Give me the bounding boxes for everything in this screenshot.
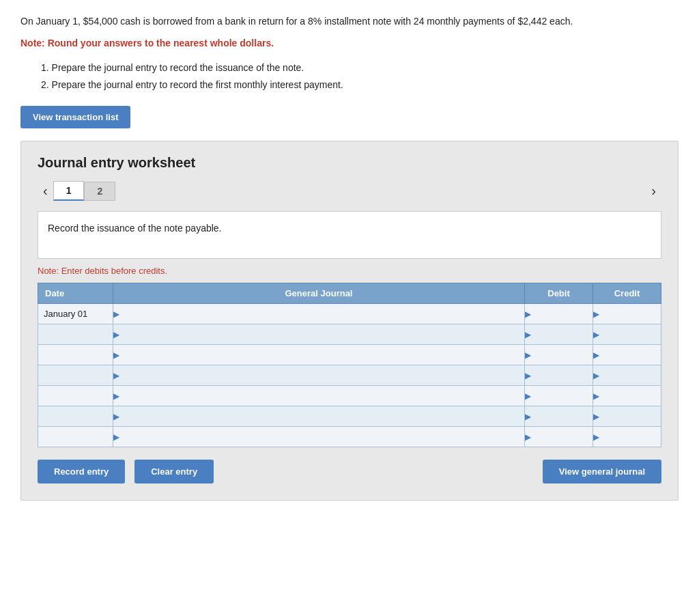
journal-table: Date General Journal Debit Credit Januar… xyxy=(38,283,661,447)
main-text: On January 1, $54,000 cash is borrowed f… xyxy=(20,14,679,29)
credit-arrow-4: ▶ xyxy=(593,391,599,401)
debit-input-4[interactable] xyxy=(532,386,593,406)
record-entry-button[interactable]: Record entry xyxy=(38,460,125,484)
debit-cell-0[interactable]: ▶ xyxy=(525,304,593,324)
date-cell-2 xyxy=(38,345,113,365)
table-row: ▶▶▶ xyxy=(38,406,661,427)
credit-cell-2[interactable]: ▶ xyxy=(593,345,661,365)
table-row: ▶▶▶ xyxy=(38,427,661,447)
date-cell-6 xyxy=(38,427,113,447)
description-text: Record the issuance of the note payable. xyxy=(48,223,222,234)
debit-input-6[interactable] xyxy=(532,427,593,447)
gj-arrow-4: ▶ xyxy=(113,391,119,401)
note-debits: Note: Enter debits before credits. xyxy=(38,266,661,276)
debit-cell-5[interactable]: ▶ xyxy=(525,406,593,427)
debit-arrow-4: ▶ xyxy=(525,391,531,401)
clear-entry-button[interactable]: Clear entry xyxy=(134,460,214,484)
description-box: Record the issuance of the note payable. xyxy=(38,211,661,259)
debit-arrow-3: ▶ xyxy=(525,371,531,380)
credit-input-5[interactable] xyxy=(601,406,661,426)
date-cell-4 xyxy=(38,386,113,406)
credit-arrow-3: ▶ xyxy=(593,371,599,380)
credit-input-1[interactable] xyxy=(601,324,661,344)
col-header-date: Date xyxy=(38,283,113,304)
table-row: ▶▶▶ xyxy=(38,324,661,345)
credit-input-0[interactable] xyxy=(601,304,661,324)
credit-input-2[interactable] xyxy=(601,345,661,365)
credit-cell-1[interactable]: ▶ xyxy=(593,324,661,345)
gj-cell-4[interactable]: ▶ xyxy=(113,386,525,406)
gj-cell-3[interactable]: ▶ xyxy=(113,365,525,386)
date-cell-1 xyxy=(38,324,113,345)
credit-cell-4[interactable]: ▶ xyxy=(593,386,661,406)
tab-2[interactable]: 2 xyxy=(84,182,115,201)
col-header-debit: Debit xyxy=(525,283,593,304)
table-row: ▶▶▶ xyxy=(38,386,661,406)
gj-arrow-0: ▶ xyxy=(113,309,119,319)
next-tab-button[interactable]: › xyxy=(646,180,661,201)
col-header-gj: General Journal xyxy=(113,283,525,304)
credit-arrow-6: ▶ xyxy=(593,432,599,442)
debit-cell-4[interactable]: ▶ xyxy=(525,386,593,406)
instruction-1: 1. Prepare the journal entry to record t… xyxy=(41,59,679,76)
debit-arrow-2: ▶ xyxy=(525,350,531,360)
col-header-credit: Credit xyxy=(593,283,661,304)
instruction-2: 2. Prepare the journal entry to record t… xyxy=(41,76,679,94)
credit-arrow-5: ▶ xyxy=(593,412,599,421)
credit-cell-5[interactable]: ▶ xyxy=(593,406,661,427)
debit-cell-1[interactable]: ▶ xyxy=(525,324,593,345)
debit-cell-2[interactable]: ▶ xyxy=(525,345,593,365)
gj-input-3[interactable] xyxy=(121,365,524,385)
debit-input-0[interactable] xyxy=(532,304,593,324)
prev-tab-button[interactable]: ‹ xyxy=(38,180,53,201)
date-cell-0: January 01 xyxy=(38,304,113,324)
credit-cell-6[interactable]: ▶ xyxy=(593,427,661,447)
gj-cell-1[interactable]: ▶ xyxy=(113,324,525,345)
credit-input-6[interactable] xyxy=(601,427,661,447)
credit-arrow-0: ▶ xyxy=(593,309,599,319)
credit-arrow-1: ▶ xyxy=(593,330,599,339)
worksheet-container: Journal entry worksheet ‹ 1 2 › Record t… xyxy=(20,141,679,501)
gj-input-5[interactable] xyxy=(121,406,524,426)
button-row: Record entry Clear entry View general jo… xyxy=(38,460,661,484)
worksheet-title: Journal entry worksheet xyxy=(38,155,661,171)
credit-input-3[interactable] xyxy=(601,365,661,385)
gj-input-2[interactable] xyxy=(121,345,524,365)
credit-arrow-2: ▶ xyxy=(593,350,599,360)
table-header-row: Date General Journal Debit Credit xyxy=(38,283,661,304)
debit-input-2[interactable] xyxy=(532,345,593,365)
problem-section: On January 1, $54,000 cash is borrowed f… xyxy=(20,14,679,94)
instructions: 1. Prepare the journal entry to record t… xyxy=(41,59,679,94)
date-cell-3 xyxy=(38,365,113,386)
debit-input-1[interactable] xyxy=(532,324,593,344)
table-row: ▶▶▶ xyxy=(38,365,661,386)
debit-arrow-0: ▶ xyxy=(525,309,531,319)
tab-row: ‹ 1 2 › xyxy=(38,180,661,201)
gj-arrow-5: ▶ xyxy=(113,412,119,421)
gj-arrow-3: ▶ xyxy=(113,371,119,380)
date-cell-5 xyxy=(38,406,113,427)
gj-input-1[interactable] xyxy=(121,324,524,344)
debit-input-3[interactable] xyxy=(532,365,593,385)
credit-input-4[interactable] xyxy=(601,386,661,406)
debit-arrow-5: ▶ xyxy=(525,412,531,421)
table-row: ▶▶▶ xyxy=(38,345,661,365)
table-row: January 01▶▶▶ xyxy=(38,304,661,324)
gj-input-0[interactable] xyxy=(121,304,524,324)
gj-input-4[interactable] xyxy=(121,386,524,406)
gj-arrow-6: ▶ xyxy=(113,432,119,442)
note-rounding: Note: Round your answers to the nearest … xyxy=(20,36,679,51)
credit-cell-3[interactable]: ▶ xyxy=(593,365,661,386)
gj-input-6[interactable] xyxy=(121,427,524,447)
view-general-journal-button[interactable]: View general journal xyxy=(543,460,661,484)
gj-cell-6[interactable]: ▶ xyxy=(113,427,525,447)
view-transaction-button[interactable]: View transaction list xyxy=(20,106,130,128)
gj-cell-0[interactable]: ▶ xyxy=(113,304,525,324)
debit-input-5[interactable] xyxy=(532,406,593,426)
tab-1[interactable]: 1 xyxy=(53,181,85,201)
gj-cell-2[interactable]: ▶ xyxy=(113,345,525,365)
debit-cell-6[interactable]: ▶ xyxy=(525,427,593,447)
debit-cell-3[interactable]: ▶ xyxy=(525,365,593,386)
gj-cell-5[interactable]: ▶ xyxy=(113,406,525,427)
credit-cell-0[interactable]: ▶ xyxy=(593,304,661,324)
